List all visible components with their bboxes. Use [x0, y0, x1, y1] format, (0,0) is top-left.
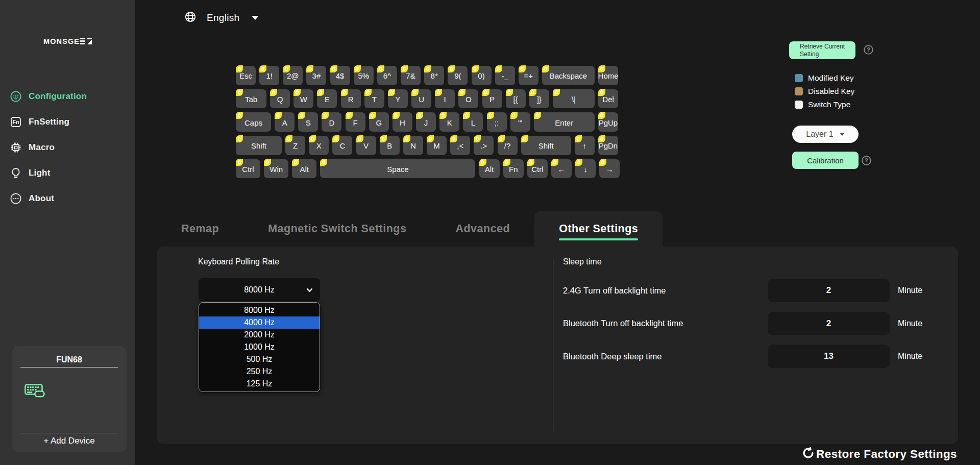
restore-factory-settings-button[interactable]: Restore Factory Settings — [802, 447, 957, 461]
calibration-button[interactable]: Calibration — [792, 152, 859, 169]
key-[interactable]: 0↓ — [575, 159, 596, 179]
key-0[interactable]: 00) — [472, 66, 492, 85]
key-[interactable]: 0→ — [599, 159, 620, 179]
key-[interactable]: 0,< — [450, 136, 470, 155]
key-home[interactable]: 0Home — [598, 66, 618, 85]
key-p[interactable]: 0P — [482, 89, 502, 109]
key-pgup[interactable]: 0PgUp — [598, 112, 618, 132]
key-4[interactable]: 04$ — [330, 66, 350, 85]
polling-option-4000-hz[interactable]: 4000 Hz — [199, 316, 320, 329]
key-pgdn[interactable]: 0PgDn — [598, 136, 618, 155]
key-a[interactable]: 0A — [275, 112, 295, 132]
key-2[interactable]: 02@ — [283, 66, 303, 85]
key-del[interactable]: 0Del — [598, 89, 618, 109]
key-6[interactable]: 06^ — [377, 66, 397, 85]
key-d[interactable]: 0D — [322, 112, 341, 132]
key-[interactable]: 0]} — [529, 89, 549, 109]
key-h[interactable]: 0H — [393, 112, 412, 132]
polling-rate-select[interactable]: 8000 Hz — [199, 278, 320, 301]
key-[interactable]: 0.> — [474, 136, 494, 155]
key-u[interactable]: 0U — [411, 89, 431, 109]
sleep-row-input[interactable] — [768, 279, 890, 302]
key-q[interactable]: 0Q — [270, 89, 290, 109]
tab-magnetic-switch-settings[interactable]: Magnetic Switch Settings — [243, 211, 431, 247]
retrieve-current-setting-button[interactable]: Retrieve Current Setting — [789, 41, 855, 59]
key-z[interactable]: 0Z — [285, 136, 305, 155]
key-b[interactable]: 0B — [380, 136, 400, 155]
layer-select[interactable]: Layer 1 — [792, 126, 859, 143]
key-9[interactable]: 09( — [448, 66, 468, 85]
key-alt[interactable]: 0Alt — [292, 159, 316, 179]
key-shift[interactable]: 0Shift — [521, 136, 571, 155]
key-v[interactable]: 0V — [356, 136, 376, 155]
polling-option-1000-hz[interactable]: 1000 Hz — [199, 341, 320, 353]
sidebar-item-about[interactable]: About — [0, 186, 135, 211]
key-shift[interactable]: 0Shift — [236, 136, 282, 155]
key-[interactable]: 0'" — [510, 112, 530, 132]
key-space[interactable]: 0Space — [320, 159, 475, 179]
key-alt[interactable]: 0Alt — [479, 159, 500, 179]
sidebar-item-fnsetting[interactable]: FnFnSetting — [0, 109, 135, 135]
key-r[interactable]: 0R — [341, 89, 361, 109]
device-card[interactable]: FUN68 + Add Device — [12, 346, 127, 452]
polling-option-500-hz[interactable]: 500 Hz — [199, 353, 320, 365]
polling-option-8000-hz[interactable]: 8000 Hz — [199, 304, 320, 316]
key-n[interactable]: 0N — [403, 136, 423, 155]
key-[interactable]: 0;: — [487, 112, 507, 132]
tab-advanced[interactable]: Advanced — [431, 211, 534, 247]
key-label: D — [329, 118, 335, 127]
key-y[interactable]: 0Y — [388, 89, 408, 109]
key-t[interactable]: 0T — [364, 89, 384, 109]
polling-option-250-hz[interactable]: 250 Hz — [199, 365, 320, 378]
key-7[interactable]: 07& — [401, 66, 421, 85]
key-esc[interactable]: 0Esc — [236, 66, 256, 85]
key-fn[interactable]: 0Fn — [503, 159, 524, 179]
legend-row-switch-type[interactable]: Switch Type — [795, 98, 854, 111]
key-o[interactable]: 0O — [458, 89, 478, 109]
key-l[interactable]: 0L — [463, 112, 483, 132]
key-m[interactable]: 0M — [427, 136, 447, 155]
key-8[interactable]: 08* — [424, 66, 444, 85]
key-ctrl[interactable]: 0Ctrl — [527, 159, 548, 179]
help-icon[interactable]: ? — [864, 45, 873, 57]
key-[interactable]: 0=+ — [519, 66, 538, 85]
tab-other-settings[interactable]: Other Settings — [534, 211, 663, 247]
key-s[interactable]: 0S — [298, 112, 318, 132]
sidebar-item-configuration[interactable]: Configuration — [0, 84, 135, 109]
key-c[interactable]: 0C — [332, 136, 352, 155]
key-backspace[interactable]: 0Backspace — [542, 66, 595, 85]
key-w[interactable]: 0W — [293, 89, 313, 109]
key-tab[interactable]: 0Tab — [236, 89, 266, 109]
key-[interactable]: 0← — [551, 159, 572, 179]
key-e[interactable]: 0E — [317, 89, 337, 109]
key-ctrl[interactable]: 0Ctrl — [236, 159, 260, 179]
key-3[interactable]: 03# — [306, 66, 326, 85]
key-[interactable]: 0/? — [498, 136, 518, 155]
key-win[interactable]: 0Win — [264, 159, 288, 179]
sidebar-item-macro[interactable]: Macro — [0, 135, 135, 160]
key-[interactable]: 0[{ — [506, 89, 526, 109]
sidebar-item-light[interactable]: Light — [0, 160, 135, 186]
key-g[interactable]: 0G — [369, 112, 389, 132]
language-selector[interactable]: English — [185, 11, 259, 25]
key-[interactable]: 0↑ — [575, 136, 595, 155]
sleep-row-input[interactable] — [768, 345, 890, 368]
key-enter[interactable]: 0Enter — [534, 112, 595, 132]
key-[interactable]: 0-_ — [495, 66, 515, 85]
key-caps[interactable]: 0Caps — [236, 112, 271, 132]
polling-option-2000-hz[interactable]: 2000 Hz — [199, 329, 320, 341]
tab-remap[interactable]: Remap — [157, 211, 243, 247]
polling-option-125-hz[interactable]: 125 Hz — [199, 378, 320, 390]
key-1[interactable]: 01! — [259, 66, 279, 85]
sleep-row-input[interactable] — [768, 312, 890, 335]
key-i[interactable]: 0I — [435, 89, 455, 109]
key-f[interactable]: 0F — [346, 112, 365, 132]
key-5[interactable]: 05% — [354, 66, 374, 85]
add-device-button[interactable]: + Add Device — [12, 436, 127, 446]
key-[interactable]: 0\| — [553, 89, 595, 109]
key-label: V — [363, 141, 369, 150]
key-x[interactable]: 0X — [309, 136, 329, 155]
key-k[interactable]: 0K — [439, 112, 459, 132]
help-icon[interactable]: ? — [862, 156, 871, 167]
key-j[interactable]: 0J — [416, 112, 436, 132]
